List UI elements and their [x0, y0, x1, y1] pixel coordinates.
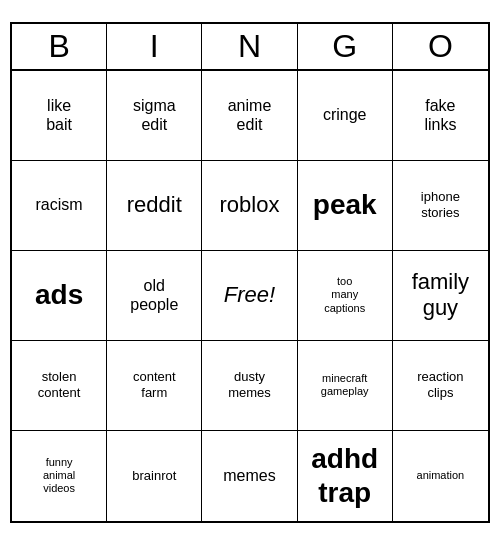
cell-text: old people: [130, 276, 178, 314]
bingo-cell: iphone stories: [393, 161, 488, 251]
cell-text: racism: [36, 195, 83, 214]
bingo-cell: sigma edit: [107, 71, 202, 161]
cell-text: reddit: [127, 192, 182, 218]
bingo-letter: B: [12, 24, 107, 69]
bingo-cell: racism: [12, 161, 107, 251]
bingo-grid: like baitsigma editanime editcringefake …: [12, 71, 488, 521]
cell-text: like bait: [46, 96, 72, 134]
bingo-cell: peak: [298, 161, 393, 251]
bingo-letter: G: [298, 24, 393, 69]
bingo-letter: N: [202, 24, 297, 69]
cell-text: roblox: [220, 192, 280, 218]
bingo-cell: cringe: [298, 71, 393, 161]
bingo-cell: anime edit: [202, 71, 297, 161]
cell-text: dusty memes: [228, 369, 271, 400]
bingo-cell: brainrot: [107, 431, 202, 521]
cell-text: memes: [223, 466, 275, 485]
bingo-cell: content farm: [107, 341, 202, 431]
bingo-cell: roblox: [202, 161, 297, 251]
bingo-cell: family guy: [393, 251, 488, 341]
cell-text: fake links: [424, 96, 456, 134]
cell-text: family guy: [412, 269, 469, 322]
bingo-cell: too many captions: [298, 251, 393, 341]
cell-text: minecraft gameplay: [321, 372, 369, 398]
bingo-cell: reddit: [107, 161, 202, 251]
bingo-cell: ads: [12, 251, 107, 341]
bingo-cell: adhd trap: [298, 431, 393, 521]
cell-text: funny animal videos: [43, 456, 75, 496]
bingo-cell: old people: [107, 251, 202, 341]
cell-text: anime edit: [228, 96, 272, 134]
bingo-cell: Free!: [202, 251, 297, 341]
cell-text: sigma edit: [133, 96, 176, 134]
cell-text: Free!: [224, 282, 275, 308]
bingo-cell: reaction clips: [393, 341, 488, 431]
cell-text: peak: [313, 188, 377, 222]
cell-text: reaction clips: [417, 369, 463, 400]
bingo-cell: animation: [393, 431, 488, 521]
cell-text: brainrot: [132, 468, 176, 484]
cell-text: cringe: [323, 105, 367, 124]
cell-text: ads: [35, 278, 83, 312]
bingo-header: BINGO: [12, 24, 488, 71]
bingo-letter: O: [393, 24, 488, 69]
bingo-cell: minecraft gameplay: [298, 341, 393, 431]
cell-text: iphone stories: [421, 189, 460, 220]
cell-text: too many captions: [324, 275, 365, 315]
bingo-cell: funny animal videos: [12, 431, 107, 521]
bingo-cell: dusty memes: [202, 341, 297, 431]
bingo-cell: fake links: [393, 71, 488, 161]
bingo-letter: I: [107, 24, 202, 69]
bingo-cell: stolen content: [12, 341, 107, 431]
cell-text: stolen content: [38, 369, 81, 400]
bingo-card: BINGO like baitsigma editanime editcring…: [10, 22, 490, 523]
bingo-cell: like bait: [12, 71, 107, 161]
cell-text: animation: [417, 469, 465, 482]
cell-text: adhd trap: [311, 442, 378, 509]
bingo-cell: memes: [202, 431, 297, 521]
cell-text: content farm: [133, 369, 176, 400]
